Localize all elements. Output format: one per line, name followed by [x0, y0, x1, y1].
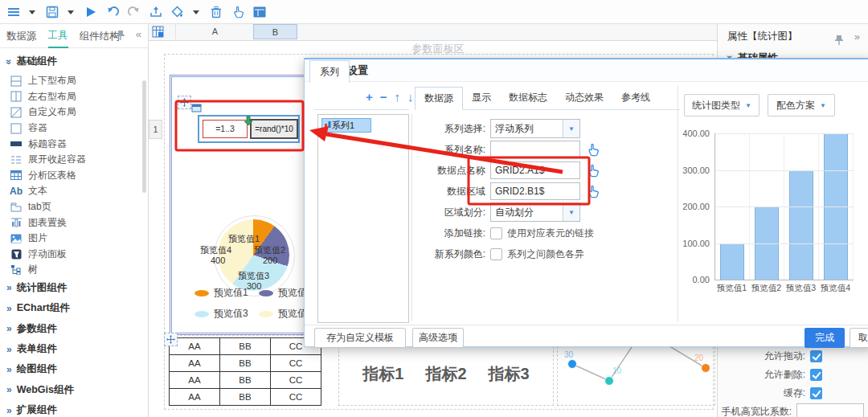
series-listbox[interactable]: 系列1: [317, 114, 409, 323]
save-caret-icon[interactable]: [67, 5, 75, 19]
sidebar-scrollbar[interactable]: [142, 80, 146, 193]
table-move-handle-icon[interactable]: [164, 333, 178, 346]
line-point[interactable]: [568, 360, 577, 369]
series-add-button[interactable]: +: [366, 90, 373, 104]
line-point[interactable]: [702, 364, 710, 373]
series-name-picker-hand-icon[interactable]: [587, 143, 600, 157]
sidebar-item-layout-top-bottom[interactable]: 上下型布局: [0, 73, 148, 89]
sidebar-tab-0[interactable]: 数据源: [6, 25, 37, 47]
preview-data-table[interactable]: AABBCCAABBCCAABBCCAABBCC: [169, 337, 321, 406]
table-cell[interactable]: BB: [219, 372, 270, 389]
sidebar-tab-1[interactable]: 工具: [48, 24, 68, 48]
data-point-name-picker-hand-icon[interactable]: [587, 164, 600, 178]
table-cell[interactable]: BB: [219, 389, 270, 406]
hand-icon[interactable]: [231, 5, 245, 19]
advanced-options-button[interactable]: 高级选项: [412, 328, 464, 348]
format-paint-icon[interactable]: [170, 5, 185, 19]
pin-icon[interactable]: [834, 31, 844, 55]
floating-element-icon[interactable]: [191, 104, 202, 115]
undo-icon[interactable]: [105, 5, 120, 19]
dialog-tab-4[interactable]: 参考线: [612, 87, 659, 109]
sidebar-item-title-container[interactable]: 标题容器: [0, 136, 148, 152]
dialog-tab-2[interactable]: 数据标志: [500, 87, 556, 109]
collapse-panel-icon[interactable]: »: [854, 25, 860, 49]
series-remove-button[interactable]: −: [380, 90, 387, 104]
table-cell[interactable]: AA: [170, 355, 220, 372]
data-area-input[interactable]: GRID2.B1$: [490, 182, 580, 200]
sidebar-section-5[interactable]: »WebGis组件: [0, 380, 148, 400]
sidebar-item-tree[interactable]: 树: [0, 262, 148, 278]
sidebar-item-chart-swap[interactable]: 图表置换: [0, 215, 148, 231]
formula-cell-b1[interactable]: =rand()*10: [250, 119, 298, 139]
row-header-1[interactable]: 1: [149, 120, 162, 139]
menu-caret-icon[interactable]: [28, 5, 36, 19]
line-point[interactable]: [605, 377, 614, 386]
series-select-select[interactable]: 浮动系列▼: [490, 119, 580, 138]
formula-cell-a1[interactable]: =1..3: [203, 120, 248, 138]
sidebar-tab-2[interactable]: 组件结构: [80, 25, 120, 47]
property-checkbox[interactable]: [810, 350, 822, 362]
table-cell[interactable]: BB: [219, 355, 270, 372]
sidebar-item-image[interactable]: 图片: [0, 231, 148, 247]
area-division-select[interactable]: 自动划分▼: [490, 202, 580, 222]
upload-icon[interactable]: [149, 5, 163, 19]
cancel-button[interactable]: 取消: [850, 328, 868, 348]
data-point-name-input[interactable]: GRID2.A1$: [490, 161, 580, 179]
dialog-tab-3[interactable]: 动态效果: [556, 87, 612, 109]
dialog-tab-1[interactable]: 显示: [463, 87, 500, 109]
move-handle-icon[interactable]: [178, 96, 191, 109]
sidebar-item-layout-left-right[interactable]: 左右型布局: [0, 89, 148, 105]
ratio-input[interactable]: [796, 403, 864, 417]
series-move-down-button[interactable]: ↓: [407, 90, 414, 104]
table-cell[interactable]: BB: [219, 338, 270, 355]
line-chart-panel[interactable]: 301020: [557, 342, 715, 406]
save-custom-template-button[interactable]: 存为自定义模板: [314, 328, 406, 348]
series-name-input[interactable]: [490, 141, 580, 158]
table-cell[interactable]: AA: [170, 372, 220, 389]
table-cell[interactable]: AA: [170, 389, 220, 406]
sidebar-section-0[interactable]: »统计图组件: [0, 278, 148, 298]
redo-icon[interactable]: [127, 5, 141, 19]
tab-series[interactable]: 系列: [309, 60, 350, 83]
run-icon[interactable]: [84, 5, 98, 19]
sidebar-section-2[interactable]: »参数组件: [0, 319, 148, 339]
sidebar-item-analysis-table[interactable]: 分析区表格: [0, 168, 148, 184]
pin-icon[interactable]: [116, 30, 125, 43]
dialog-tab-0[interactable]: 数据源: [415, 87, 463, 110]
column-header-a[interactable]: A: [175, 24, 255, 39]
sidebar-item-text[interactable]: Ab文本: [0, 183, 148, 199]
sidebar-item-tab-page[interactable]: tab页: [0, 199, 148, 215]
grid-corner-icon[interactable]: [152, 26, 164, 40]
save-icon[interactable]: [45, 5, 59, 19]
sidebar-item-layout-custom[interactable]: 自定义布局: [0, 104, 148, 121]
property-checkbox[interactable]: [810, 369, 822, 381]
table-cell[interactable]: CC: [270, 372, 321, 389]
column-header-b[interactable]: B: [253, 24, 297, 39]
chart-type-button[interactable]: 统计图类型▼: [684, 94, 760, 117]
data-extend-down-icon: [244, 116, 253, 129]
table-cell[interactable]: CC: [270, 389, 321, 406]
table-cell[interactable]: CC: [270, 355, 321, 372]
sidebar-section-4[interactable]: »绘图组件: [0, 359, 148, 379]
collapse-panel-icon[interactable]: «: [136, 28, 141, 40]
preview-bar: [720, 243, 744, 280]
color-scheme-button[interactable]: 配色方案▼: [768, 94, 835, 117]
sidebar-section-3[interactable]: »表单组件: [0, 339, 148, 359]
delete-icon[interactable]: [209, 5, 223, 19]
sidebar-section-basic[interactable]: » 基础组件: [0, 48, 148, 73]
new-series-color-checkbox[interactable]: [490, 248, 502, 260]
data-area-picker-hand-icon[interactable]: [587, 185, 600, 198]
series-list-item[interactable]: 系列1: [321, 118, 371, 133]
finish-button[interactable]: 完成: [805, 328, 845, 348]
sidebar-item-expand-collapse[interactable]: 展开收起容器: [0, 152, 148, 168]
series-move-up-button[interactable]: ↑: [395, 90, 401, 104]
panel-icon[interactable]: [252, 5, 267, 19]
property-checkbox[interactable]: [810, 387, 822, 399]
sidebar-section-1[interactable]: »EChart组件: [0, 298, 148, 318]
paint-caret-icon[interactable]: [192, 5, 200, 19]
add-link-checkbox[interactable]: [490, 227, 502, 239]
menu-icon[interactable]: [6, 5, 21, 19]
sidebar-item-floating-panel[interactable]: 浮动面板: [0, 247, 148, 263]
sidebar-item-container[interactable]: 容器: [0, 121, 148, 137]
sidebar-section-6[interactable]: »扩展组件: [0, 400, 148, 417]
